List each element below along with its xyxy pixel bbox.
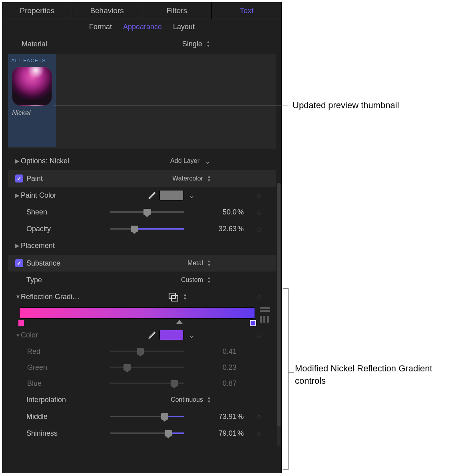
eyedropper-icon[interactable] bbox=[145, 331, 159, 339]
type-popup[interactable]: Custom ▲▼ bbox=[181, 276, 211, 284]
substance-checkbox[interactable]: ✓ bbox=[15, 259, 23, 267]
paint-color-label: Paint Color bbox=[21, 191, 56, 200]
middle-slider[interactable] bbox=[110, 416, 184, 417]
interpolation-value: Continuous bbox=[171, 396, 203, 403]
chevron-down-icon[interactable]: ⌄ bbox=[186, 330, 195, 340]
color-row: ▼ Color ⌄ ◇ bbox=[8, 327, 276, 343]
reverse-gradient-button[interactable] bbox=[260, 307, 270, 312]
disclosure-icon[interactable]: ▶ bbox=[15, 242, 21, 249]
keyframe-icon[interactable]: ◇ bbox=[247, 293, 271, 301]
color-well[interactable] bbox=[159, 330, 183, 340]
inspector-panel: Properties Behaviors Filters Text Format… bbox=[2, 2, 282, 473]
keyframe-icon[interactable]: ◇ bbox=[247, 413, 271, 420]
green-label: Green bbox=[27, 363, 47, 372]
sheen-slider[interactable] bbox=[110, 211, 184, 213]
material-popup[interactable]: Single ▲▼ bbox=[182, 40, 210, 48]
material-preview-thumbnail bbox=[12, 67, 52, 106]
percent-unit: % bbox=[237, 225, 247, 233]
paint-type-popup[interactable]: Watercolor ▲▼ bbox=[172, 175, 211, 182]
placement-label[interactable]: Placement bbox=[21, 242, 55, 250]
distribute-stops-button[interactable] bbox=[260, 316, 270, 323]
red-value[interactable]: 0.41 bbox=[189, 347, 237, 356]
subtab-layout[interactable]: Layout bbox=[173, 23, 195, 31]
tab-properties[interactable]: Properties bbox=[2, 2, 72, 19]
shininess-slider[interactable] bbox=[110, 432, 184, 434]
substance-label: Substance bbox=[26, 259, 60, 268]
keyframe-icon[interactable]: ◇ bbox=[247, 192, 271, 199]
blue-label: Blue bbox=[27, 379, 42, 388]
gradient-editor[interactable] bbox=[19, 307, 255, 319]
substance-popup[interactable]: Metal ▲▼ bbox=[187, 259, 211, 267]
keyframe-icon[interactable]: ◇ bbox=[247, 331, 271, 339]
keyframe-icon[interactable]: ◇ bbox=[247, 225, 271, 233]
keyframe-icon[interactable]: ◇ bbox=[247, 208, 271, 216]
chevron-down-icon[interactable]: ⌄ bbox=[186, 190, 195, 200]
middle-value[interactable]: 73.91 bbox=[189, 413, 237, 421]
gradient-stop-left[interactable] bbox=[18, 320, 24, 326]
preset-icon bbox=[169, 293, 177, 301]
blue-row: Blue 0.87 ◇ bbox=[8, 375, 276, 391]
gradient-preset-popup[interactable]: ▲▼ bbox=[169, 293, 187, 301]
type-row: Type Custom ▲▼ bbox=[8, 272, 276, 288]
material-name: Nickel bbox=[8, 106, 56, 117]
material-value: Single bbox=[182, 40, 202, 48]
all-facets-badge: ALL FACETS bbox=[8, 54, 56, 65]
material-label: Material bbox=[22, 40, 47, 48]
disclosure-icon[interactable]: ▼ bbox=[15, 294, 21, 300]
opacity-row: Opacity 32.63 % ◇ bbox=[8, 220, 276, 237]
options-row: ▶ Options: Nickel Add Layer ⌄ bbox=[8, 153, 276, 169]
subtab-format[interactable]: Format bbox=[89, 23, 112, 31]
red-label: Red bbox=[27, 347, 40, 356]
shininess-value[interactable]: 79.01 bbox=[189, 429, 237, 438]
material-row: Material Single ▲▼ bbox=[2, 35, 281, 53]
eyedropper-icon[interactable] bbox=[145, 191, 159, 200]
opacity-slider[interactable] bbox=[110, 228, 184, 230]
tab-behaviors[interactable]: Behaviors bbox=[72, 2, 142, 19]
opacity-value[interactable]: 32.63 bbox=[189, 225, 237, 233]
placement-row: ▶ Placement bbox=[8, 237, 276, 254]
material-thumbnail-area: ALL FACETS Nickel bbox=[8, 54, 276, 149]
updown-icon: ▲▼ bbox=[205, 276, 211, 284]
scrollbar-thumb[interactable] bbox=[277, 183, 281, 426]
tab-text[interactable]: Text bbox=[212, 2, 281, 19]
interpolation-row: Interpolation Continuous ▲▼ bbox=[8, 391, 276, 408]
callout-reflection-text: Modified Nickel Reflection Gradient cont… bbox=[295, 363, 447, 387]
blue-value[interactable]: 0.87 bbox=[189, 379, 237, 388]
blue-slider[interactable] bbox=[110, 383, 184, 384]
opacity-label: Opacity bbox=[26, 225, 51, 233]
paint-checkbox[interactable]: ✓ bbox=[15, 175, 23, 182]
sheen-label: Sheen bbox=[26, 208, 47, 216]
green-value[interactable]: 0.23 bbox=[189, 363, 237, 372]
green-slider[interactable] bbox=[110, 367, 184, 368]
middle-row: Middle 73.91 % ◇ bbox=[8, 408, 276, 425]
type-value: Custom bbox=[181, 276, 203, 284]
disclosure-icon[interactable]: ▶ bbox=[15, 158, 21, 164]
gradient-midpoint[interactable] bbox=[176, 320, 183, 324]
gradient-stop-right[interactable] bbox=[250, 320, 256, 326]
paint-color-well[interactable] bbox=[159, 190, 183, 200]
paint-section-header: ✓ Paint Watercolor ▲▼ bbox=[8, 170, 276, 187]
updown-icon: ▲▼ bbox=[205, 175, 211, 182]
percent-unit: % bbox=[237, 429, 247, 438]
disclosure-icon[interactable]: ▶ bbox=[15, 192, 21, 198]
scrollbar[interactable] bbox=[277, 183, 281, 446]
reflection-gradient-row: ▼ Reflection Gradi… ▲▼ ◇ bbox=[8, 288, 276, 305]
add-layer-popup[interactable]: Add Layer ⌄ bbox=[170, 156, 211, 166]
substance-section-header: ✓ Substance Metal ▲▼ bbox=[8, 255, 276, 272]
subtab-appearance[interactable]: Appearance bbox=[123, 23, 162, 31]
material-card[interactable]: ALL FACETS Nickel bbox=[8, 54, 56, 147]
updown-icon: ▲▼ bbox=[205, 40, 210, 48]
interpolation-popup[interactable]: Continuous ▲▼ bbox=[171, 396, 211, 404]
paint-type-value: Watercolor bbox=[172, 175, 203, 182]
chevron-down-icon: ⌄ bbox=[202, 156, 211, 166]
red-slider[interactable] bbox=[110, 351, 184, 352]
sheen-value[interactable]: 50.0 bbox=[189, 208, 237, 216]
keyframe-icon[interactable]: ◇ bbox=[247, 430, 271, 437]
disclosure-icon[interactable]: ▼ bbox=[15, 332, 21, 338]
reflection-gradient-label: Reflection Gradi… bbox=[21, 293, 80, 301]
options-label[interactable]: Options: Nickel bbox=[21, 157, 69, 165]
callout-preview-text: Updated preview thumbnail bbox=[293, 100, 399, 111]
updown-icon: ▲▼ bbox=[205, 396, 211, 404]
tab-filters[interactable]: Filters bbox=[142, 2, 212, 19]
color-label: Color bbox=[21, 331, 38, 339]
